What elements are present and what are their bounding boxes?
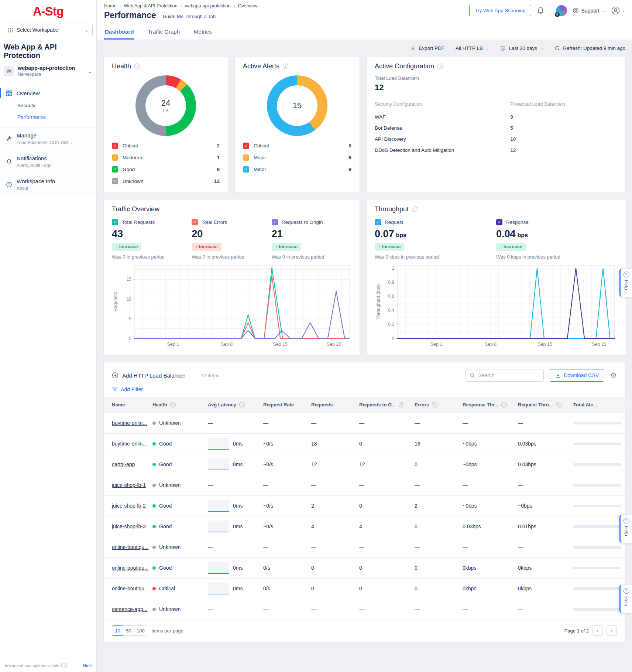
tab-metrics[interactable]: Metrics xyxy=(193,24,212,40)
column-header-health[interactable]: Healthi xyxy=(152,397,208,413)
download-csv-button[interactable]: Download CSV xyxy=(550,369,604,382)
sidebar-item-manage[interactable]: Manage Load Balancers, CDN Dist... xyxy=(0,127,96,150)
cell-value: — xyxy=(518,544,523,550)
info-icon[interactable]: i xyxy=(432,402,437,407)
lb-name-link[interactable]: juice-shop-lb-2 xyxy=(112,503,146,509)
clock-icon xyxy=(500,45,506,51)
stat-checkbox[interactable]: ✓ xyxy=(375,219,381,225)
legend-checkbox[interactable]: ✓ xyxy=(112,154,118,161)
legend-checkbox[interactable]: ✓ xyxy=(112,178,118,184)
info-icon[interactable]: i xyxy=(239,402,245,407)
tab-dashboard[interactable]: Dashboard xyxy=(104,24,134,40)
column-header-name[interactable]: Name xyxy=(104,397,152,413)
column-header-total-ale-[interactable]: Total Ale... xyxy=(573,397,625,413)
prev-page-button[interactable]: ‹ xyxy=(592,625,603,636)
cell-value: 12 xyxy=(311,461,317,467)
column-header-request-thro-[interactable]: Request Thro...i xyxy=(518,397,573,413)
info-icon[interactable]: i xyxy=(170,402,176,407)
health-dot xyxy=(152,422,156,425)
latency-sparkline[interactable] xyxy=(208,583,229,594)
stat-label: ✓Requests to Origin xyxy=(272,219,351,225)
namespace-selector[interactable]: W webapp-api-protection Namespace ⌄ xyxy=(0,65,96,83)
legend-checkbox[interactable]: ✓ xyxy=(243,154,249,161)
info-icon[interactable]: i xyxy=(437,64,443,69)
legend-checkbox[interactable]: ✓ xyxy=(243,143,249,149)
info-icon[interactable]: i xyxy=(134,64,140,69)
lb-name-link[interactable]: juice-shop-lb-1 xyxy=(112,482,146,488)
divider xyxy=(550,6,550,16)
latency-sparkline[interactable] xyxy=(208,438,229,450)
help-tab[interactable]: ? Help xyxy=(619,514,632,543)
info-icon[interactable]: i xyxy=(412,207,418,212)
legend-checkbox[interactable]: ✓ xyxy=(243,166,249,173)
lb-filter-dropdown[interactable]: All HTTP LB ⌄ xyxy=(456,45,489,51)
sidebar-item-notifications[interactable]: Notifications Alerts, Audit Logs xyxy=(0,150,96,173)
sidebar-item-performance[interactable]: Performance xyxy=(0,111,96,123)
page-size-10[interactable]: 10 xyxy=(112,625,123,636)
sidebar-item-security[interactable]: Security xyxy=(0,100,96,111)
add-http-lb-button[interactable]: Add HTTP Load Balancer xyxy=(112,372,185,379)
lb-name-link[interactable]: cartql-app xyxy=(112,461,135,467)
column-header-requests[interactable]: Requests xyxy=(311,397,359,413)
lb-name-link[interactable]: online-boutiqu... xyxy=(112,586,149,591)
latency-sparkline[interactable] xyxy=(208,562,229,574)
sidebar-item-overview[interactable]: Overview xyxy=(0,87,96,100)
column-label: Total Ale... xyxy=(573,402,597,407)
help-tab[interactable]: ? Help xyxy=(619,268,632,297)
stat-checkbox[interactable]: ✓ xyxy=(496,219,502,225)
refresh-button[interactable]: Refresh: Updated 9 min ago xyxy=(554,45,625,51)
page-size-50[interactable]: 50 xyxy=(123,625,134,636)
latency-sparkline[interactable] xyxy=(208,521,229,532)
guide-me-link[interactable]: Guide Me Through a Tab xyxy=(163,14,216,19)
hide-link[interactable]: Hide xyxy=(83,663,92,668)
latency-sparkline[interactable] xyxy=(208,458,229,470)
cell-value: 12 xyxy=(359,461,365,467)
lb-name-link[interactable]: sentence-app... xyxy=(112,606,148,612)
stat-checkbox[interactable]: ✓ xyxy=(112,219,118,225)
lb-name-link[interactable]: online-boutiqu... xyxy=(112,544,149,550)
breadcrumb-item[interactable]: Home xyxy=(104,3,116,8)
cell-value: 4 xyxy=(359,523,362,529)
try-web-app-scanning-button[interactable]: Try Web App Scanning xyxy=(469,5,531,16)
to-origin-cell: 12 xyxy=(359,454,415,475)
column-header-requests-to-o-[interactable]: Requests to O...i xyxy=(359,397,415,413)
column-header-response-thr-[interactable]: Response Thr...i xyxy=(463,397,518,413)
tab-traffic-graph[interactable]: Traffic Graph xyxy=(147,24,181,40)
latency-sparkline[interactable] xyxy=(208,500,229,512)
empty-value: — xyxy=(208,482,213,488)
stat-checkbox[interactable]: ✓ xyxy=(272,219,278,225)
info-icon[interactable]: i xyxy=(399,402,404,407)
support-menu[interactable]: Support ⌄ xyxy=(573,7,605,14)
lb-name-link[interactable]: online-boutiqu... xyxy=(112,565,149,571)
stat-checkbox[interactable]: ✓ xyxy=(192,219,198,225)
page-size-100[interactable]: 100 xyxy=(134,625,147,636)
workspace-select[interactable]: Select Workspace ⌄ xyxy=(4,24,93,36)
next-page-button[interactable]: › xyxy=(607,625,617,636)
column-header-avg-latency[interactable]: Avg Latencyi xyxy=(208,397,263,413)
legend-checkbox[interactable]: ✓ xyxy=(112,143,118,149)
sidebar-item-workspace-info[interactable]: Workspace Info About xyxy=(0,173,96,196)
gear-icon[interactable]: ⚙ xyxy=(610,372,617,379)
user-menu[interactable]: ⌄ xyxy=(611,6,625,15)
search-input[interactable] xyxy=(478,372,540,378)
time-range-dropdown[interactable]: Last 30 days ⌄ xyxy=(500,45,543,51)
info-icon[interactable]: i xyxy=(283,64,288,69)
notification-bell-icon[interactable] xyxy=(537,7,545,14)
legend-value: 1 xyxy=(217,155,220,160)
export-pdf-button[interactable]: Export PDF xyxy=(410,45,444,51)
add-filter-button[interactable]: Add Filter xyxy=(104,383,625,397)
to-origin-cell: — xyxy=(359,537,415,557)
column-header-request-rate[interactable]: Request Rate xyxy=(263,397,311,413)
info-icon[interactable]: i xyxy=(556,402,561,407)
lb-name-link[interactable]: buytime-onlin... xyxy=(112,441,147,447)
info-icon[interactable]: i xyxy=(501,402,507,407)
table-row: juice-shop-lb-1Unknown——————— xyxy=(104,475,625,495)
lb-name-link[interactable]: juice-shop-lb-3 xyxy=(112,523,146,529)
column-header-errors[interactable]: Errorsi xyxy=(415,397,463,413)
info-icon: i xyxy=(61,663,67,668)
tenant-avatar[interactable]: 6 xyxy=(556,5,567,16)
help-tab[interactable]: ? Help xyxy=(619,584,632,613)
legend-checkbox[interactable]: ✓ xyxy=(112,166,118,173)
legend-value: 9 xyxy=(348,167,351,172)
lb-name-link[interactable]: buytime-onlin... xyxy=(112,420,147,426)
